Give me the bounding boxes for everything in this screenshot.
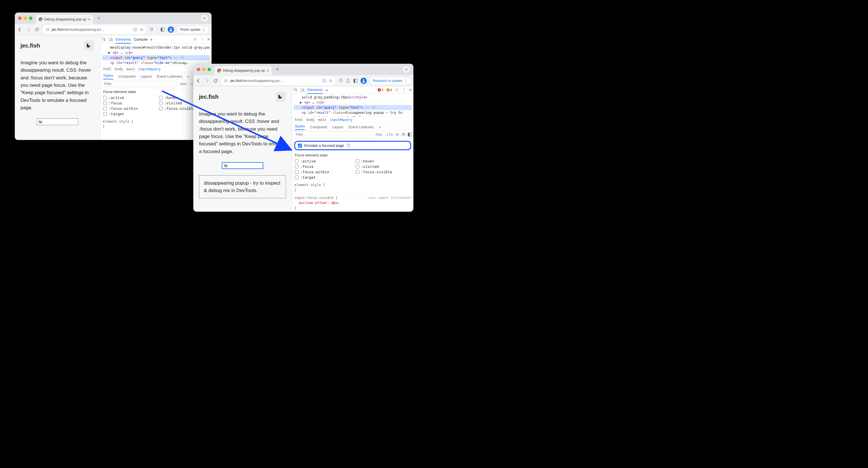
relaunch-update-button[interactable]: Relaunch to update⋮ (370, 77, 411, 85)
kebab-icon[interactable]: ⋮ (200, 37, 205, 42)
device-icon[interactable] (301, 88, 305, 92)
warning-badge[interactable]: !3 (386, 88, 392, 92)
tab-dropdown-icon[interactable] (403, 66, 410, 73)
new-tab-button[interactable]: + (95, 14, 103, 22)
gear-icon[interactable] (395, 88, 399, 92)
close-devtools-icon[interactable]: × (207, 37, 210, 42)
star-icon[interactable] (140, 28, 144, 32)
forward-button[interactable] (26, 27, 31, 32)
subtab-computed[interactable]: Computed (118, 74, 135, 79)
computed-toggle-icon[interactable] (408, 133, 412, 137)
subtab-eventlisteners[interactable]: Event Listeners (348, 125, 374, 129)
hov-toggle[interactable]: :hov (179, 82, 187, 86)
inspect-icon[interactable] (294, 88, 298, 92)
svg-rect-29 (408, 133, 410, 136)
extensions-icon[interactable] (149, 27, 154, 32)
element-style-block[interactable]: element.style { } (292, 181, 413, 194)
hov-toggle[interactable]: :hov (374, 133, 382, 137)
reload-button[interactable] (34, 27, 40, 32)
dom-tree[interactable]: solid gray;padding:10px}</style> ▶ <p> …… (292, 94, 413, 117)
browser-tab[interactable]: Debug disappearing pop up × (36, 15, 93, 24)
help-icon[interactable]: ? (346, 144, 350, 148)
extensions-icon[interactable] (338, 79, 343, 83)
finish-update-button[interactable]: Finish update⋮ (177, 26, 209, 34)
styles-filter-input[interactable] (294, 131, 372, 138)
subtabs-more-icon[interactable]: » (379, 125, 381, 129)
state-visited[interactable]: :visited (356, 165, 411, 169)
tab-elements[interactable]: Elements (307, 88, 323, 94)
state-focus[interactable]: :focus (295, 165, 350, 169)
labs-icon[interactable] (346, 79, 350, 83)
state-focus-within[interactable]: :focus-within (295, 170, 350, 174)
state-active[interactable]: :active (295, 159, 350, 163)
new-tab-button[interactable]: + (274, 65, 281, 74)
star-icon[interactable] (329, 79, 333, 83)
url-path: /demo/disappearing-po… (63, 27, 105, 32)
sidepanel-icon[interactable] (160, 27, 165, 32)
subtab-eventlisteners[interactable]: Event Listeners (157, 74, 182, 79)
dom-selected-row[interactable]: ⋯ <input id="query" type="text"> == $0 (102, 55, 210, 60)
close-window-icon[interactable] (197, 68, 200, 71)
address-bar[interactable]: jec.fish/demo/disappearing-po… (221, 77, 336, 85)
inspect-icon[interactable] (102, 37, 106, 41)
dark-mode-toggle[interactable] (276, 92, 286, 102)
error-badge[interactable]: ×2 (378, 88, 383, 92)
state-hover[interactable]: :hover (356, 159, 411, 163)
browser-tab[interactable]: Debug disappearing pop up × (214, 66, 272, 75)
minimize-window-icon[interactable] (24, 17, 27, 20)
query-input[interactable] (37, 118, 78, 125)
install-icon[interactable] (322, 79, 327, 83)
subtab-computed[interactable]: Computed (310, 125, 327, 129)
new-style-icon[interactable] (395, 133, 399, 137)
profile-avatar-icon[interactable] (168, 26, 174, 33)
dom-tree[interactable]: me{display:none}#result{border:1px solid… (100, 44, 212, 66)
subtab-layout[interactable]: Layout (141, 74, 152, 79)
tab-dropdown-icon[interactable] (201, 15, 208, 22)
zoom-window-icon[interactable] (208, 68, 211, 71)
close-window-icon[interactable] (18, 17, 22, 20)
emulate-checkbox[interactable] (298, 144, 302, 148)
emulate-focused-page[interactable]: Emulate a focused page ? (294, 141, 411, 150)
gear-icon[interactable] (193, 37, 197, 41)
tabs-more-icon[interactable]: » (150, 37, 152, 41)
profile-avatar-icon[interactable] (361, 78, 367, 84)
subtab-styles[interactable]: Styles (295, 124, 305, 130)
close-tab-icon[interactable]: × (267, 68, 269, 73)
forward-button[interactable] (204, 78, 210, 84)
styles-filter-input[interactable] (102, 81, 176, 87)
state-active[interactable]: :active (103, 96, 153, 100)
subtabs-more-icon[interactable]: » (187, 74, 189, 79)
dark-mode-toggle[interactable] (84, 40, 94, 51)
state-focus-visible[interactable]: :focus-visible (356, 170, 411, 174)
ua-style-block[interactable]: user agent stylesheet input:focus-visibl… (292, 194, 413, 212)
close-devtools-icon[interactable]: × (409, 87, 412, 92)
print-media-icon[interactable] (401, 133, 405, 137)
tabs-more-icon[interactable]: » (326, 88, 328, 92)
minimize-window-icon[interactable] (202, 68, 206, 71)
address-bar[interactable]: jec.fish/demo/disappearing-po… (43, 25, 147, 34)
device-icon[interactable] (109, 37, 113, 41)
svg-rect-17 (226, 81, 227, 82)
tab-console[interactable]: Console (134, 37, 148, 41)
back-button[interactable] (17, 27, 23, 32)
back-button[interactable] (196, 78, 201, 84)
svg-rect-27 (403, 133, 404, 134)
description-text: Imagine you want to debug the dissappear… (21, 59, 94, 112)
install-icon[interactable] (133, 28, 137, 32)
sidepanel-icon[interactable] (353, 79, 358, 83)
subtab-styles[interactable]: Styles (103, 74, 113, 79)
zoom-window-icon[interactable] (29, 17, 32, 20)
kebab-icon[interactable]: ⋮ (402, 87, 406, 93)
cls-toggle[interactable]: .cls (385, 133, 393, 137)
subtab-layout[interactable]: Layout (332, 125, 343, 129)
state-target[interactable]: :target (103, 112, 153, 116)
dom-breadcrumbs[interactable]: html body main input#query (292, 117, 413, 123)
reload-button[interactable] (213, 78, 218, 84)
query-input[interactable] (222, 162, 263, 169)
state-focus-within[interactable]: :focus-within (103, 107, 153, 111)
tab-elements[interactable]: Elements (116, 37, 131, 43)
state-target[interactable]: :target (295, 175, 350, 179)
close-tab-icon[interactable]: × (88, 17, 90, 22)
dom-selected-row[interactable]: ⋯ <input id="query" type="text"> == $0 (294, 105, 412, 110)
state-focus[interactable]: :focus (103, 101, 153, 105)
